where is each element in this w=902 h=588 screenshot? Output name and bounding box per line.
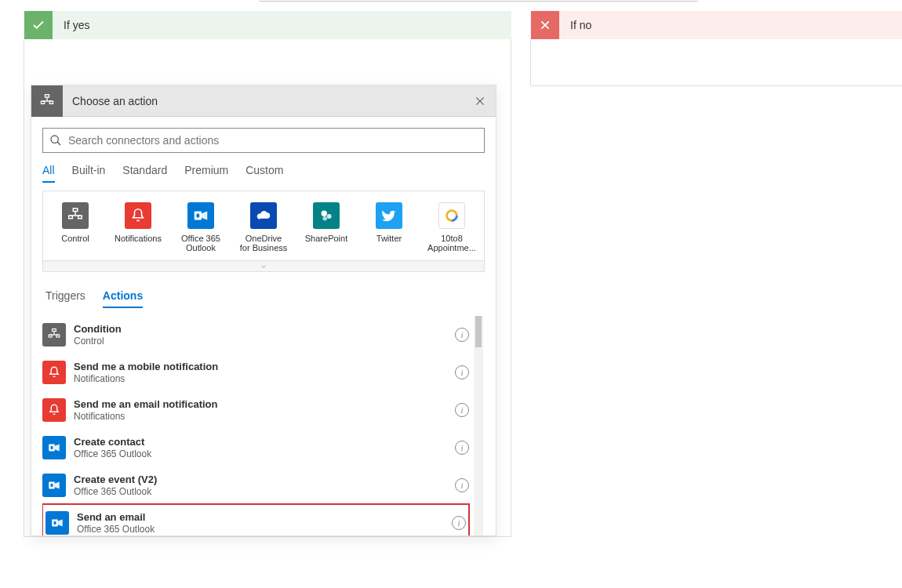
tab-triggers[interactable]: Triggers <box>45 289 85 308</box>
connectors-panel: ControlNotificationsOffice 365 OutlookOn… <box>42 191 485 272</box>
cross-icon <box>531 11 559 39</box>
actions-scrollbar[interactable] <box>474 316 483 535</box>
tab-standard[interactable]: Standard <box>122 164 167 183</box>
action-picker-title: Choose an action <box>63 95 464 107</box>
action-text: Create event (V2)Office 365 Outlook <box>74 474 455 497</box>
bell-icon <box>42 398 66 422</box>
flow-icon <box>31 85 63 117</box>
actions-scrollbar-thumb[interactable] <box>475 316 482 347</box>
connector-item[interactable]: 10to8 Appointme... <box>427 202 476 252</box>
branch-yes-column: If yes Choose an action <box>24 11 511 537</box>
branch-yes-header[interactable]: If yes <box>24 11 511 39</box>
connector-label: Twitter <box>376 234 402 243</box>
tab-actions[interactable]: Actions <box>103 289 143 308</box>
search-input[interactable] <box>68 129 478 152</box>
action-picker-header: Choose an action <box>31 85 496 117</box>
branch-no-title: If no <box>559 19 591 31</box>
info-icon[interactable]: i <box>455 328 469 342</box>
connector-item[interactable]: Office 365 Outlook <box>176 202 225 252</box>
branch-no-header[interactable]: If no <box>530 11 902 39</box>
action-item[interactable]: Send me an email notificationNotificatio… <box>42 391 469 429</box>
action-item[interactable]: Create event (V2)Office 365 Outlooki <box>42 466 469 504</box>
info-icon[interactable]: i <box>455 441 469 455</box>
cloud-icon <box>250 202 277 229</box>
svg-rect-3 <box>42 101 45 103</box>
connector-label: SharePoint <box>305 234 347 243</box>
connector-label: Office 365 Outlook <box>176 234 225 252</box>
outlook-icon <box>187 202 214 229</box>
action-text: Send me a mobile notificationNotificatio… <box>74 361 455 384</box>
action-subtitle: Office 365 Outlook <box>74 448 455 459</box>
svg-rect-4 <box>49 101 53 103</box>
action-item[interactable]: Send an emailOffice 365 Outlooki <box>42 504 469 535</box>
svg-point-7 <box>51 136 58 143</box>
tab-custom[interactable]: Custom <box>246 164 283 183</box>
action-picker: Choose an action All Built-in <box>31 85 496 536</box>
connector-label: 10to8 Appointme... <box>427 234 476 252</box>
connector-item[interactable]: SharePoint <box>302 202 351 252</box>
connector-label: OneDrive for Business <box>239 234 288 252</box>
action-item[interactable]: Create contactOffice 365 Outlooki <box>42 429 469 466</box>
action-title: Send me a mobile notification <box>74 361 455 373</box>
branch-yes-title: If yes <box>53 19 89 31</box>
outlook-icon <box>42 474 66 497</box>
action-subtitle: Office 365 Outlook <box>74 486 455 497</box>
check-icon <box>24 11 53 39</box>
branch-yes-body: Choose an action All Built-in <box>24 39 511 537</box>
connector-item[interactable]: Notifications <box>114 202 162 252</box>
action-title: Send me an email notification <box>74 398 455 411</box>
action-text: Send an emailOffice 365 Outlook <box>77 511 452 535</box>
category-tabs: All Built-in Standard Premium Custom <box>42 164 485 183</box>
info-icon[interactable]: i <box>455 365 469 379</box>
action-subtitle: Office 365 Outlook <box>77 524 452 535</box>
action-text: Create contactOffice 365 Outlook <box>74 436 455 459</box>
outlook-icon <box>42 436 66 459</box>
actions-list: ConditionControliSend me a mobile notifi… <box>42 316 483 535</box>
svg-line-8 <box>57 142 60 145</box>
tab-all[interactable]: All <box>42 164 55 183</box>
info-icon[interactable]: i <box>455 478 469 492</box>
tab-premium[interactable]: Premium <box>184 164 228 183</box>
trigger-action-tabs: Triggers Actions <box>45 289 485 308</box>
search-box[interactable] <box>42 128 485 153</box>
action-text: Send me an email notificationNotificatio… <box>74 398 455 422</box>
search-icon <box>49 134 62 147</box>
connector-label: Notifications <box>115 234 162 243</box>
branch-no-column: If no <box>530 11 902 537</box>
bell-icon <box>42 361 66 384</box>
action-title: Condition <box>74 323 455 336</box>
flow-icon <box>42 323 66 347</box>
bell-icon <box>125 202 151 229</box>
action-text: ConditionControl <box>74 323 455 347</box>
action-item[interactable]: ConditionControli <box>42 316 469 354</box>
top-divider <box>259 0 698 2</box>
ring-icon <box>438 202 465 229</box>
sharepoint-icon <box>313 202 340 229</box>
info-icon[interactable]: i <box>452 516 466 530</box>
tab-built-in[interactable]: Built-in <box>72 164 106 183</box>
svg-rect-0 <box>45 94 49 96</box>
action-title: Send an email <box>77 511 452 524</box>
action-item[interactable]: Send me a mobile notificationNotificatio… <box>42 354 469 391</box>
close-button[interactable] <box>464 85 496 117</box>
action-title: Create contact <box>74 436 455 448</box>
action-subtitle: Notifications <box>74 411 455 422</box>
connector-item[interactable]: Twitter <box>365 202 413 252</box>
action-title: Create event (V2) <box>74 474 455 486</box>
outlook-icon <box>45 511 69 535</box>
expand-connectors-button[interactable] <box>43 260 484 271</box>
action-subtitle: Control <box>74 336 455 347</box>
info-icon[interactable]: i <box>455 403 469 417</box>
branch-no-body <box>530 39 902 86</box>
twitter-icon <box>376 202 402 229</box>
connector-item[interactable]: Control <box>51 202 100 252</box>
flow-icon <box>62 202 89 229</box>
connector-item[interactable]: OneDrive for Business <box>239 202 288 252</box>
connector-label: Control <box>61 234 89 243</box>
action-subtitle: Notifications <box>74 373 455 384</box>
